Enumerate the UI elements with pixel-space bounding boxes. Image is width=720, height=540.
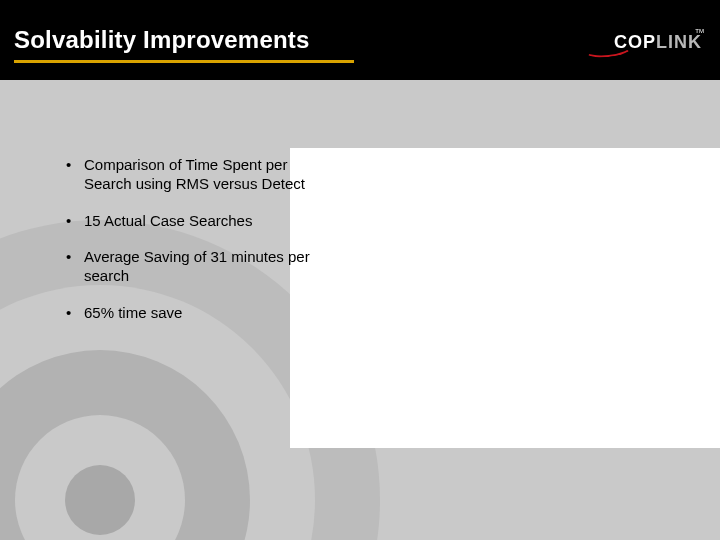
- bullet-item: 65% time save: [64, 304, 322, 323]
- bullet-list: Comparison of Time Spent per Search usin…: [24, 156, 322, 341]
- title-block: Solvability Improvements: [14, 26, 354, 63]
- logo-word-link: LINK: [656, 32, 702, 52]
- logo-trademark: TM: [695, 28, 704, 34]
- bullet-item: Comparison of Time Spent per Search usin…: [64, 156, 322, 194]
- brand-logo: COPLINK TM: [592, 32, 702, 58]
- slide-body: Comparison of Time Spent per Search usin…: [0, 80, 720, 540]
- media-placeholder: [290, 148, 720, 448]
- logo-text: COPLINK: [614, 32, 702, 53]
- bullet-item: Average Saving of 31 minutes per search: [64, 248, 322, 286]
- page-title: Solvability Improvements: [14, 26, 354, 54]
- header: Solvability Improvements COPLINK TM: [0, 0, 720, 80]
- title-underline: [14, 60, 354, 63]
- bullet-item: 15 Actual Case Searches: [64, 212, 322, 231]
- logo-word-cop: COP: [614, 32, 656, 52]
